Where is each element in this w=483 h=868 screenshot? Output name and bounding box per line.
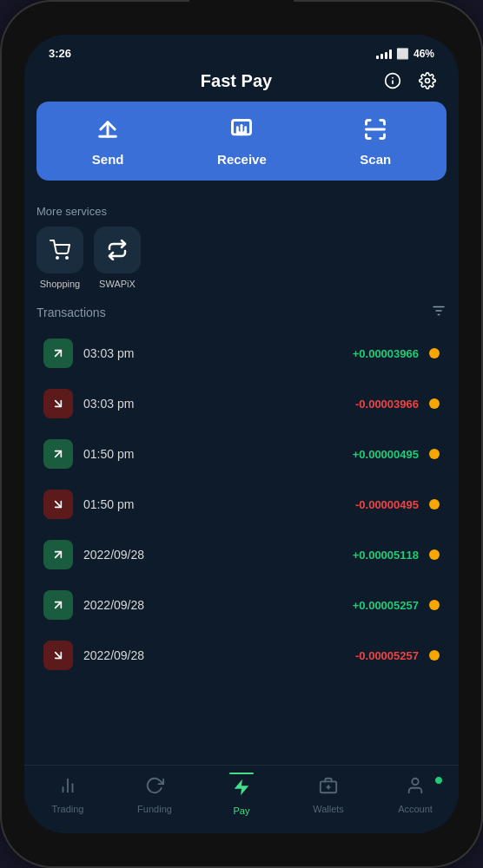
coin-icon xyxy=(429,398,440,409)
phone-frame: 3:26 ⬜ 46% Fast Pay xyxy=(0,0,483,868)
coin-icon xyxy=(429,499,440,510)
info-button[interactable] xyxy=(380,69,405,93)
transactions-title: Transactions xyxy=(36,306,106,319)
nav-trading-label: Trading xyxy=(52,804,84,814)
svg-line-19 xyxy=(56,502,62,508)
coin-icon xyxy=(429,549,440,560)
transaction-list: 03:03 pm +0.00003966 03:03 pm -0.0000396… xyxy=(36,329,447,680)
nav-funding[interactable]: Funding xyxy=(129,776,181,814)
scan-label: Scan xyxy=(360,152,391,167)
signal-icon xyxy=(376,49,392,59)
coin-icon xyxy=(429,449,440,459)
svg-line-21 xyxy=(56,602,62,608)
scan-button[interactable]: Scan xyxy=(360,117,391,167)
coin-icon xyxy=(429,600,440,610)
svg-point-12 xyxy=(66,257,68,259)
table-row[interactable]: 01:50 pm +0.00000495 xyxy=(36,430,447,478)
svg-line-16 xyxy=(56,351,62,357)
nav-account-label: Account xyxy=(398,804,433,814)
svg-point-11 xyxy=(56,257,58,259)
tx-time: 03:03 pm xyxy=(83,397,345,411)
tx-amount: -0.00005257 xyxy=(355,649,419,662)
table-row[interactable]: 03:03 pm -0.00003966 xyxy=(36,379,447,428)
tx-time: 03:03 pm xyxy=(83,346,342,360)
coin-icon xyxy=(429,650,440,661)
send-button[interactable]: Send xyxy=(92,117,124,167)
tx-amount: +0.00005257 xyxy=(353,599,419,612)
receive-label: Receive xyxy=(217,152,267,167)
shopping-icon xyxy=(36,227,83,273)
services-row: Shopping SWAPiX xyxy=(36,227,447,289)
nav-trading[interactable]: Trading xyxy=(42,776,94,814)
tx-time: 2022/09/28 xyxy=(83,648,345,662)
tx-incoming-icon xyxy=(43,339,73,368)
send-icon xyxy=(96,117,120,145)
svg-line-18 xyxy=(56,451,62,457)
receive-icon xyxy=(229,117,254,145)
transactions-header: Transactions xyxy=(36,303,447,322)
shopping-service[interactable]: Shopping xyxy=(36,227,83,289)
tx-time: 2022/09/28 xyxy=(83,548,342,562)
tx-incoming-icon xyxy=(43,590,73,620)
swapix-label: SWAPiX xyxy=(99,279,136,289)
status-right: ⬜ 46% xyxy=(376,48,434,60)
bottom-nav: Trading Funding Pay xyxy=(24,765,459,833)
tx-time: 01:50 pm xyxy=(83,447,342,461)
svg-line-20 xyxy=(56,552,62,558)
header-actions xyxy=(380,69,440,93)
swapix-icon xyxy=(94,227,141,273)
svg-point-29 xyxy=(412,779,418,785)
wallets-icon xyxy=(319,776,338,800)
tx-time: 01:50 pm xyxy=(83,497,345,511)
phone-screen: 3:26 ⬜ 46% Fast Pay xyxy=(24,35,459,833)
pay-icon xyxy=(232,778,251,802)
notch xyxy=(189,0,294,23)
settings-button[interactable] xyxy=(415,69,440,93)
nav-pay[interactable]: Pay xyxy=(215,774,268,816)
account-icon xyxy=(406,776,425,800)
header: Fast Pay xyxy=(24,63,459,102)
nav-account[interactable]: Account xyxy=(389,776,441,814)
table-row[interactable]: 2022/09/28 +0.00005257 xyxy=(36,581,447,629)
tx-outgoing-icon xyxy=(43,641,73,670)
receive-button[interactable]: Receive xyxy=(217,117,267,167)
more-services-label: More services xyxy=(36,205,447,218)
battery-icon: ⬜ xyxy=(396,48,409,60)
battery-level: 46% xyxy=(414,48,434,60)
tx-time: 2022/09/28 xyxy=(83,598,342,612)
nav-pay-label: Pay xyxy=(234,806,250,816)
nav-wallets-label: Wallets xyxy=(313,804,344,814)
transactions-section: Transactions 03:03 pm +0.000039 xyxy=(36,303,447,680)
scan-icon xyxy=(363,117,387,145)
table-row[interactable]: 01:50 pm -0.00000495 xyxy=(36,480,447,529)
coin-icon xyxy=(429,348,440,358)
table-row[interactable]: 2022/09/28 +0.00005118 xyxy=(36,530,447,579)
nav-wallets[interactable]: Wallets xyxy=(302,776,354,814)
tx-incoming-icon xyxy=(43,439,73,469)
tx-outgoing-icon xyxy=(43,490,73,519)
table-row[interactable]: 03:03 pm +0.00003966 xyxy=(36,329,447,378)
tx-amount: +0.00003966 xyxy=(353,347,419,360)
trading-icon xyxy=(58,776,77,800)
send-label: Send xyxy=(92,152,124,167)
tx-outgoing-icon xyxy=(43,389,73,418)
tx-incoming-icon xyxy=(43,540,73,569)
svg-marker-26 xyxy=(235,779,249,795)
tx-amount: -0.00003966 xyxy=(355,398,419,411)
status-time: 3:26 xyxy=(49,47,71,60)
svg-point-3 xyxy=(426,79,430,83)
shopping-label: Shopping xyxy=(40,279,81,289)
tx-amount: +0.00005118 xyxy=(353,549,419,562)
svg-line-17 xyxy=(56,401,62,407)
nav-funding-label: Funding xyxy=(137,804,172,814)
swapix-service[interactable]: SWAPiX xyxy=(94,227,141,289)
action-banner: Send Receive xyxy=(36,102,447,181)
table-row[interactable]: 2022/09/28 -0.00005257 xyxy=(36,631,447,680)
svg-line-22 xyxy=(56,653,62,659)
tx-amount: -0.00000495 xyxy=(355,498,419,511)
nav-active-indicator xyxy=(229,773,254,774)
more-services-section: More services Shopping xyxy=(36,205,447,289)
tx-amount: +0.00000495 xyxy=(353,448,419,461)
status-bar: 3:26 ⬜ 46% xyxy=(24,35,459,63)
filter-button[interactable] xyxy=(431,303,447,322)
